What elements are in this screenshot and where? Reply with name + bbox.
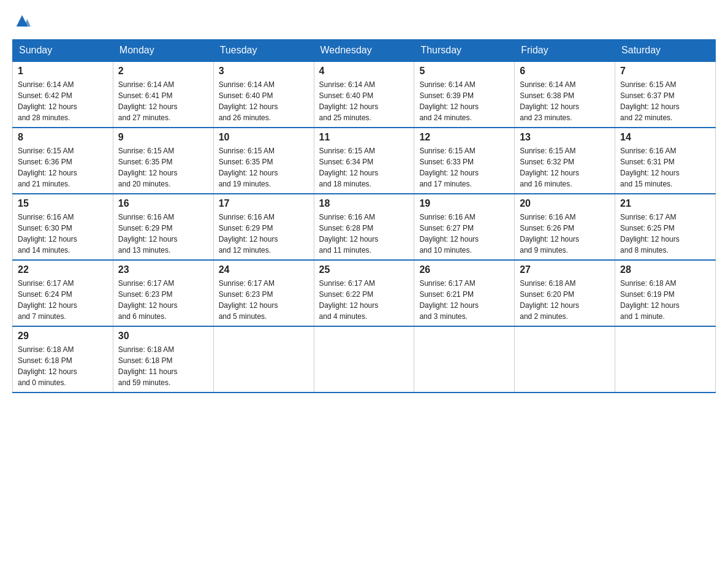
day-info: Sunrise: 6:15 AMSunset: 6:36 PMDaylight:… xyxy=(18,145,108,190)
calendar-cell: 22 Sunrise: 6:17 AMSunset: 6:24 PMDaylig… xyxy=(13,260,113,326)
calendar-cell xyxy=(414,326,515,393)
calendar-week-row-2: 8 Sunrise: 6:15 AMSunset: 6:36 PMDayligh… xyxy=(13,128,716,194)
calendar-cell: 24 Sunrise: 6:17 AMSunset: 6:23 PMDaylig… xyxy=(213,260,314,326)
calendar-cell: 15 Sunrise: 6:16 AMSunset: 6:30 PMDaylig… xyxy=(13,194,113,260)
day-info: Sunrise: 6:15 AMSunset: 6:32 PMDaylight:… xyxy=(520,145,610,190)
calendar-cell: 2 Sunrise: 6:14 AMSunset: 6:41 PMDayligh… xyxy=(113,61,213,128)
day-number: 2 xyxy=(118,66,208,77)
day-info: Sunrise: 6:14 AMSunset: 6:40 PMDaylight:… xyxy=(319,79,409,123)
day-number: 7 xyxy=(620,66,710,77)
calendar-week-row-3: 15 Sunrise: 6:16 AMSunset: 6:30 PMDaylig… xyxy=(13,194,716,260)
day-info: Sunrise: 6:14 AMSunset: 6:40 PMDaylight:… xyxy=(219,79,309,123)
weekday-header-wednesday: Wednesday xyxy=(314,40,414,62)
day-info: Sunrise: 6:14 AMSunset: 6:42 PMDaylight:… xyxy=(18,79,108,123)
calendar-cell: 21 Sunrise: 6:17 AMSunset: 6:25 PMDaylig… xyxy=(615,194,716,260)
calendar-cell: 17 Sunrise: 6:16 AMSunset: 6:29 PMDaylig… xyxy=(213,194,314,260)
day-number: 21 xyxy=(620,198,710,209)
day-info: Sunrise: 6:16 AMSunset: 6:29 PMDaylight:… xyxy=(219,212,309,256)
day-info: Sunrise: 6:14 AMSunset: 6:38 PMDaylight:… xyxy=(520,79,610,123)
day-info: Sunrise: 6:16 AMSunset: 6:27 PMDaylight:… xyxy=(419,212,509,256)
day-info: Sunrise: 6:15 AMSunset: 6:34 PMDaylight:… xyxy=(319,145,409,190)
day-number: 20 xyxy=(520,198,610,209)
calendar-cell: 12 Sunrise: 6:15 AMSunset: 6:33 PMDaylig… xyxy=(414,128,515,194)
day-number: 8 xyxy=(18,132,108,143)
day-number: 27 xyxy=(520,264,610,275)
calendar-cell: 29 Sunrise: 6:18 AMSunset: 6:18 PMDaylig… xyxy=(13,326,113,393)
day-info: Sunrise: 6:14 AMSunset: 6:41 PMDaylight:… xyxy=(118,79,208,123)
day-number: 18 xyxy=(319,198,409,209)
day-info: Sunrise: 6:16 AMSunset: 6:28 PMDaylight:… xyxy=(319,212,409,256)
day-number: 10 xyxy=(219,132,309,143)
calendar-cell xyxy=(213,326,314,393)
day-info: Sunrise: 6:17 AMSunset: 6:25 PMDaylight:… xyxy=(620,212,710,256)
calendar-cell: 13 Sunrise: 6:15 AMSunset: 6:32 PMDaylig… xyxy=(515,128,615,194)
page-header xyxy=(12,12,716,29)
logo xyxy=(12,12,31,29)
calendar-cell: 10 Sunrise: 6:15 AMSunset: 6:35 PMDaylig… xyxy=(213,128,314,194)
day-info: Sunrise: 6:15 AMSunset: 6:35 PMDaylight:… xyxy=(118,145,208,190)
day-info: Sunrise: 6:16 AMSunset: 6:29 PMDaylight:… xyxy=(118,212,208,256)
calendar-cell xyxy=(314,326,414,393)
calendar-cell: 27 Sunrise: 6:18 AMSunset: 6:20 PMDaylig… xyxy=(515,260,615,326)
weekday-header-row: SundayMondayTuesdayWednesdayThursdayFrid… xyxy=(13,40,716,62)
day-number: 15 xyxy=(18,198,108,209)
day-info: Sunrise: 6:15 AMSunset: 6:33 PMDaylight:… xyxy=(419,145,509,190)
day-info: Sunrise: 6:16 AMSunset: 6:26 PMDaylight:… xyxy=(520,212,610,256)
day-number: 30 xyxy=(118,331,208,342)
weekday-header-thursday: Thursday xyxy=(414,40,515,62)
day-info: Sunrise: 6:17 AMSunset: 6:24 PMDaylight:… xyxy=(18,278,108,322)
calendar-cell: 18 Sunrise: 6:16 AMSunset: 6:28 PMDaylig… xyxy=(314,194,414,260)
logo-icon xyxy=(13,12,31,29)
calendar-cell: 6 Sunrise: 6:14 AMSunset: 6:38 PMDayligh… xyxy=(515,61,615,128)
calendar-cell: 26 Sunrise: 6:17 AMSunset: 6:21 PMDaylig… xyxy=(414,260,515,326)
calendar-cell: 1 Sunrise: 6:14 AMSunset: 6:42 PMDayligh… xyxy=(13,61,113,128)
day-number: 9 xyxy=(118,132,208,143)
calendar-cell: 7 Sunrise: 6:15 AMSunset: 6:37 PMDayligh… xyxy=(615,61,716,128)
day-info: Sunrise: 6:18 AMSunset: 6:20 PMDaylight:… xyxy=(520,278,610,322)
calendar-week-row-5: 29 Sunrise: 6:18 AMSunset: 6:18 PMDaylig… xyxy=(13,326,716,393)
calendar-cell: 8 Sunrise: 6:15 AMSunset: 6:36 PMDayligh… xyxy=(13,128,113,194)
day-info: Sunrise: 6:16 AMSunset: 6:31 PMDaylight:… xyxy=(620,145,710,190)
day-info: Sunrise: 6:18 AMSunset: 6:18 PMDaylight:… xyxy=(18,344,108,388)
calendar-cell: 25 Sunrise: 6:17 AMSunset: 6:22 PMDaylig… xyxy=(314,260,414,326)
day-number: 1 xyxy=(18,66,108,77)
day-number: 16 xyxy=(118,198,208,209)
day-number: 25 xyxy=(319,264,409,275)
day-info: Sunrise: 6:15 AMSunset: 6:35 PMDaylight:… xyxy=(219,145,309,190)
calendar-cell: 3 Sunrise: 6:14 AMSunset: 6:40 PMDayligh… xyxy=(213,61,314,128)
calendar-cell: 20 Sunrise: 6:16 AMSunset: 6:26 PMDaylig… xyxy=(515,194,615,260)
calendar-cell: 4 Sunrise: 6:14 AMSunset: 6:40 PMDayligh… xyxy=(314,61,414,128)
calendar-cell xyxy=(615,326,716,393)
calendar-cell: 14 Sunrise: 6:16 AMSunset: 6:31 PMDaylig… xyxy=(615,128,716,194)
day-number: 5 xyxy=(419,66,509,77)
day-info: Sunrise: 6:17 AMSunset: 6:22 PMDaylight:… xyxy=(319,278,409,322)
day-number: 28 xyxy=(620,264,710,275)
day-number: 26 xyxy=(419,264,509,275)
calendar-cell: 5 Sunrise: 6:14 AMSunset: 6:39 PMDayligh… xyxy=(414,61,515,128)
weekday-header-saturday: Saturday xyxy=(615,40,716,62)
day-number: 17 xyxy=(219,198,309,209)
weekday-header-friday: Friday xyxy=(515,40,615,62)
day-number: 11 xyxy=(319,132,409,143)
day-number: 29 xyxy=(18,331,108,342)
day-number: 12 xyxy=(419,132,509,143)
day-number: 23 xyxy=(118,264,208,275)
calendar-cell: 9 Sunrise: 6:15 AMSunset: 6:35 PMDayligh… xyxy=(113,128,213,194)
day-number: 6 xyxy=(520,66,610,77)
calendar-table: SundayMondayTuesdayWednesdayThursdayFrid… xyxy=(12,39,716,393)
calendar-cell xyxy=(515,326,615,393)
day-info: Sunrise: 6:16 AMSunset: 6:30 PMDaylight:… xyxy=(18,212,108,256)
day-info: Sunrise: 6:18 AMSunset: 6:19 PMDaylight:… xyxy=(620,278,710,322)
calendar-cell: 30 Sunrise: 6:18 AMSunset: 6:18 PMDaylig… xyxy=(113,326,213,393)
day-info: Sunrise: 6:18 AMSunset: 6:18 PMDaylight:… xyxy=(118,344,208,388)
calendar-cell: 11 Sunrise: 6:15 AMSunset: 6:34 PMDaylig… xyxy=(314,128,414,194)
calendar-cell: 23 Sunrise: 6:17 AMSunset: 6:23 PMDaylig… xyxy=(113,260,213,326)
weekday-header-monday: Monday xyxy=(113,40,213,62)
day-info: Sunrise: 6:17 AMSunset: 6:23 PMDaylight:… xyxy=(118,278,208,322)
day-number: 3 xyxy=(219,66,309,77)
day-info: Sunrise: 6:14 AMSunset: 6:39 PMDaylight:… xyxy=(419,79,509,123)
day-number: 24 xyxy=(219,264,309,275)
day-info: Sunrise: 6:15 AMSunset: 6:37 PMDaylight:… xyxy=(620,79,710,123)
day-number: 19 xyxy=(419,198,509,209)
weekday-header-sunday: Sunday xyxy=(13,40,113,62)
